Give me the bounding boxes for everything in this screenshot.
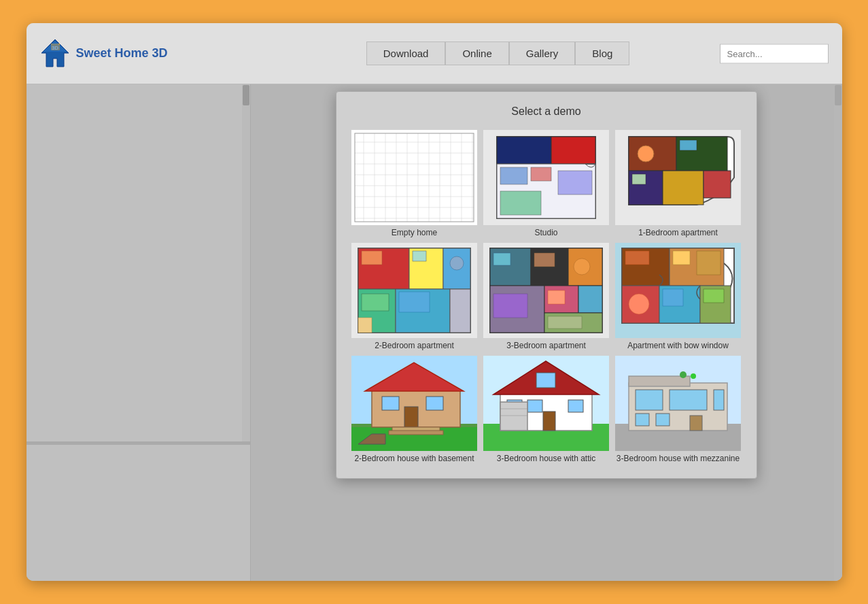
svg-rect-119 [636,414,649,426]
svg-rect-123 [690,416,702,431]
demo-thumbnail-1bedroom [615,130,741,225]
svg-rect-30 [500,167,527,184]
demo-thumbnail-2bedroom [351,243,477,338]
demo-item-studio[interactable]: Studio [482,129,611,239]
demo-label-house-basement: 2-Bedroom house with basement [354,454,474,463]
svg-rect-27 [497,137,551,164]
demo-label-house-attic: 3-Bedroom house with attic [497,454,595,463]
logo-area[interactable]: 3D Sweet Home 3D [40,38,168,69]
demo-item-house-mezzanine[interactable]: 3-Bedroom house with mezzanine [614,354,743,465]
svg-rect-53 [413,251,426,261]
svg-rect-118 [714,390,724,410]
demo-item-house-attic[interactable]: 3-Bedroom house with attic [482,354,611,465]
demo-label-studio: Studio [534,228,557,237]
nav-online[interactable]: Online [445,41,508,65]
svg-point-122 [691,373,696,379]
svg-rect-68 [534,253,555,267]
demo-label-house-mezzanine: 3-Bedroom house with mezzanine [617,454,740,463]
svg-rect-56 [399,292,430,312]
svg-rect-39 [663,171,704,205]
svg-rect-115 [629,376,690,386]
svg-rect-52 [362,251,382,265]
app-title: Sweet Home 3D [76,46,168,61]
demo-grid: Empty home [350,129,743,465]
svg-rect-117 [670,390,707,410]
svg-rect-32 [558,171,592,195]
svg-rect-105 [527,400,542,412]
demo-thumbnail-studio [483,130,609,225]
svg-rect-80 [625,251,649,265]
demo-item-empty-home[interactable]: Empty home [350,129,479,239]
svg-point-69 [574,258,590,275]
main-content: Select a demo [27,84,842,581]
svg-rect-28 [551,137,595,164]
left-scrollbar[interactable] [242,84,250,441]
demo-item-1bedroom[interactable]: 1-Bedroom apartment [614,129,743,239]
left-scroll-thumb[interactable] [243,85,249,105]
svg-rect-51 [450,289,470,333]
svg-point-54 [450,256,464,270]
demo-item-3bedroom[interactable]: 3-Bedroom apartment [482,241,611,352]
left-bottom-panel [27,445,250,581]
nav-blog[interactable]: Blog [575,41,629,65]
svg-rect-42 [680,140,697,150]
svg-rect-33 [500,191,541,215]
svg-rect-82 [697,251,721,275]
svg-rect-96 [389,431,443,435]
svg-rect-67 [493,253,510,265]
right-area: Select a demo [251,84,842,581]
left-panel [27,84,251,581]
svg-rect-4 [351,130,477,225]
svg-rect-85 [704,289,724,303]
demo-item-2bedroom[interactable]: 2-Bedroom apartment [350,241,479,352]
svg-rect-94 [404,407,418,427]
main-nav: Download Online Gallery Blog [366,41,630,65]
nav-download[interactable]: Download [366,41,446,65]
modal-overlay: Select a demo [251,84,842,581]
svg-rect-92 [382,397,399,410]
demo-label-empty-home: Empty home [392,228,437,237]
nav-gallery[interactable]: Gallery [509,41,576,65]
demo-item-bow-window[interactable]: Apartment with bow window [614,241,743,352]
demo-label-1bedroom: 1-Bedroom apartment [638,228,718,237]
svg-rect-71 [548,290,565,304]
svg-marker-3 [43,41,67,52]
svg-point-83 [629,294,649,314]
demo-item-house-basement[interactable]: 2-Bedroom house with basement [350,354,479,465]
browser-window: 3D Sweet Home 3D Download Online Gallery… [27,23,842,581]
svg-rect-110 [543,412,555,431]
svg-rect-116 [636,390,663,410]
svg-rect-55 [362,294,389,311]
svg-rect-72 [548,316,582,329]
svg-rect-40 [704,171,731,198]
svg-rect-65 [578,286,602,313]
select-demo-modal: Select a demo [336,91,757,479]
demo-label-2bedroom: 2-Bedroom apartment [375,341,454,350]
demo-thumbnail-house-mezzanine [615,356,741,451]
svg-marker-57 [358,318,372,333]
svg-rect-93 [426,397,443,410]
svg-rect-81 [673,251,690,265]
svg-point-121 [680,371,687,378]
left-top-panel [27,84,250,442]
search-input[interactable] [720,44,829,63]
demo-thumbnail-empty-home [351,130,477,225]
top-bar: 3D Sweet Home 3D Download Online Gallery… [27,23,842,84]
svg-rect-103 [536,373,555,388]
demo-thumbnail-bow-window [615,243,741,338]
svg-point-41 [638,146,654,162]
modal-title: Select a demo [350,105,743,118]
demo-thumbnail-house-basement [351,356,477,451]
demo-label-3bedroom: 3-Bedroom apartment [506,341,586,350]
demo-label-bow-window: Apartment with bow window [627,341,729,350]
demo-thumbnail-house-attic [483,356,609,451]
svg-rect-107 [500,402,527,431]
svg-rect-120 [656,414,670,426]
svg-rect-84 [663,289,683,306]
svg-rect-31 [531,167,551,181]
app-logo-icon: 3D [40,38,71,69]
svg-rect-106 [568,400,583,412]
demo-thumbnail-3bedroom [483,243,609,338]
svg-rect-70 [493,294,527,318]
svg-rect-43 [632,174,646,184]
